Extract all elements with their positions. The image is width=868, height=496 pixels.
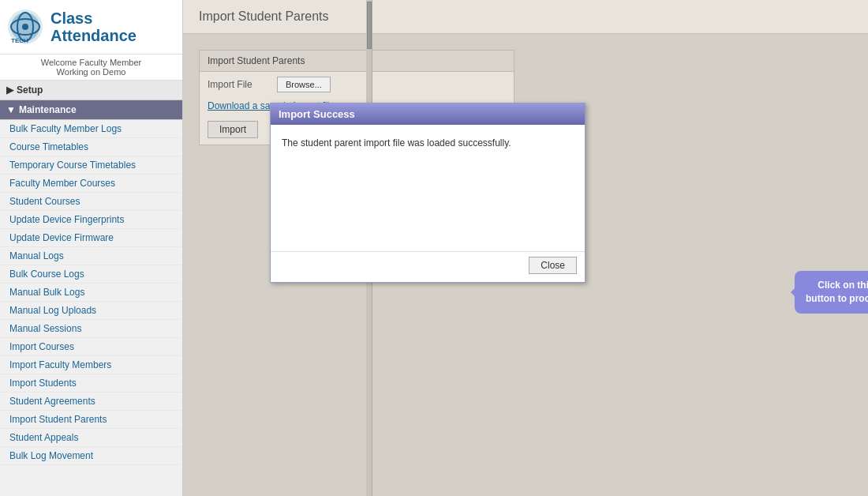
sidebar-item-import-faculty[interactable]: Import Faculty Members [0, 356, 182, 374]
app-logo: TECH [6, 8, 44, 46]
chevron-right-icon: ▶ [6, 85, 13, 96]
sidebar-item-course-timetables[interactable]: Course Timetables [0, 138, 182, 156]
modal-header: Import Success [271, 103, 585, 125]
sidebar-item-bulk-faculty-logs[interactable]: Bulk Faculty Member Logs [0, 120, 182, 138]
sidebar: TECH Class Attendance Welcome Faculty Me… [0, 0, 183, 496]
sidebar-item-update-firmware[interactable]: Update Device Firmware [0, 229, 182, 247]
svg-text:TECH: TECH [11, 37, 28, 44]
sidebar-nav: Bulk Faculty Member Logs Course Timetabl… [0, 120, 182, 465]
sidebar-item-bulk-course-logs[interactable]: Bulk Course Logs [0, 265, 182, 284]
sidebar-item-manual-sessions[interactable]: Manual Sessions [0, 320, 182, 338]
sidebar-item-bulk-log-movement[interactable]: Bulk Log Movement [0, 447, 182, 465]
sidebar-item-update-fingerprints[interactable]: Update Device Fingerprints [0, 211, 182, 229]
sidebar-item-import-courses[interactable]: Import Courses [0, 338, 182, 356]
modal-footer: Close [271, 251, 585, 282]
sidebar-item-student-appeals[interactable]: Student Appeals [0, 429, 182, 447]
app-title: Class Attendance [51, 9, 137, 44]
modal-message: The student parent import file was loade… [282, 137, 511, 148]
sidebar-item-manual-logs[interactable]: Manual Logs [0, 247, 182, 265]
svg-point-4 [22, 24, 28, 30]
app-name-line2: Attendance [51, 27, 137, 44]
tooltip-text: Click on this button to proceed [806, 280, 868, 304]
sidebar-item-student-courses[interactable]: Student Courses [0, 193, 182, 211]
modal-body: The student parent import file was loade… [271, 125, 585, 251]
main-content: Import Student Parents Import Student Pa… [183, 0, 868, 496]
chevron-down-icon: ▼ [6, 104, 16, 115]
modal-close-button[interactable]: Close [529, 257, 577, 274]
tooltip-bubble: Click on this button to proceed [795, 271, 868, 314]
sidebar-item-import-students[interactable]: Import Students [0, 374, 182, 393]
welcome-text: Welcome Faculty Member Working on Demo [0, 54, 182, 81]
sidebar-item-manual-log-uploads[interactable]: Manual Log Uploads [0, 302, 182, 320]
sidebar-section-maintenance[interactable]: ▼ Maintenance [0, 100, 182, 120]
app-name-line1: Class [51, 9, 137, 27]
sidebar-header: TECH Class Attendance [0, 0, 182, 54]
modal-overlay: Import Success The student parent import… [183, 0, 868, 496]
sidebar-section-setup[interactable]: ▶ Setup [0, 81, 182, 100]
sidebar-item-temp-timetables[interactable]: Temporary Course Timetables [0, 156, 182, 175]
sidebar-item-import-student-parents[interactable]: Import Student Parents [0, 411, 182, 429]
sidebar-item-manual-bulk-logs[interactable]: Manual Bulk Logs [0, 284, 182, 302]
import-success-modal: Import Success The student parent import… [270, 103, 586, 283]
sidebar-item-faculty-courses[interactable]: Faculty Member Courses [0, 175, 182, 193]
sidebar-item-student-agreements[interactable]: Student Agreements [0, 393, 182, 411]
